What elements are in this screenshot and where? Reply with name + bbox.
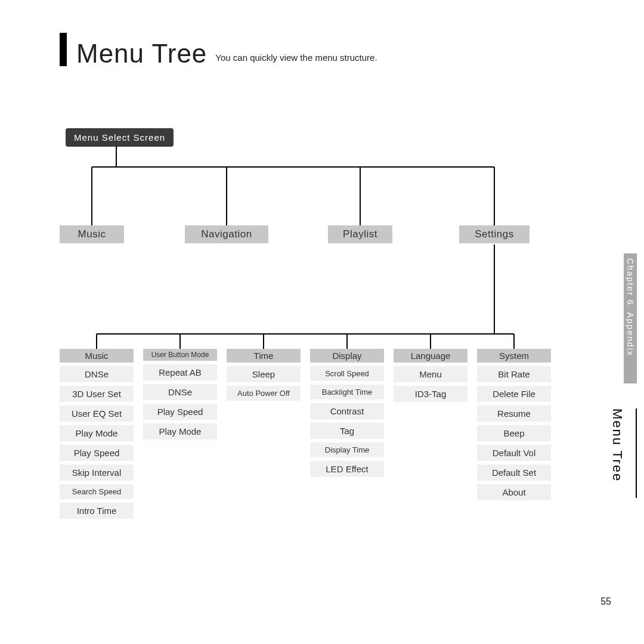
side-section-title-bar: Menu Tree — [627, 408, 637, 498]
col-head: User Button Mode — [143, 349, 217, 361]
tree-col-language: Language Menu ID3-Tag — [394, 349, 467, 405]
tree-col-userbutton: User Button Mode Repeat AB DNSe Play Spe… — [143, 349, 217, 443]
col-head: System — [477, 349, 551, 363]
col-item: Tag — [310, 423, 384, 439]
col-item: DNSe — [60, 366, 134, 382]
col-item: Skip Interval — [60, 465, 134, 481]
tree-connectors — [0, 0, 644, 644]
page-title-bar: Menu Tree You can quickly view the menu … — [60, 33, 377, 69]
tree-col-display: Display Scroll Speed Backlight Time Cont… — [310, 349, 384, 481]
col-item: Scroll Speed — [310, 366, 384, 381]
col-item: Play Mode — [60, 425, 134, 441]
col-item: Intro Time — [60, 503, 134, 519]
col-item: Auto Power Off — [227, 386, 301, 401]
col-head: Music — [60, 349, 134, 363]
col-item: Menu — [394, 366, 467, 382]
col-item: About — [477, 484, 551, 500]
side-section-title: Menu Tree — [609, 408, 625, 482]
tree-col-time: Time Sleep Auto Power Off — [227, 349, 301, 404]
title-accent — [60, 33, 67, 66]
col-item: Resume — [477, 405, 551, 422]
tree-col-music: Music DNSe 3D User Set User EQ Set Play … — [60, 349, 134, 522]
page-title: Menu Tree — [76, 39, 207, 69]
col-item: Default Vol — [477, 445, 551, 461]
col-item: DNSe — [143, 384, 217, 400]
page-number: 55 — [600, 596, 611, 607]
col-head: Time — [227, 349, 301, 363]
col-head: Language — [394, 349, 467, 363]
page-subtitle: You can quickly view the menu structure. — [215, 52, 377, 63]
col-item: Delete File — [477, 386, 551, 402]
col-item: Default Set — [477, 465, 551, 481]
col-item: Sleep — [227, 366, 301, 382]
col-item: LED Effect — [310, 461, 384, 477]
tree-cat-settings: Settings — [459, 225, 530, 243]
side-chapter-tab: Chapter 6. Appendix — [624, 253, 637, 383]
col-item: 3D User Set — [60, 386, 134, 402]
col-item: Contrast — [310, 403, 384, 419]
col-item: Play Mode — [143, 423, 217, 439]
col-item: User EQ Set — [60, 405, 134, 422]
tree-root: Menu Select Screen — [66, 128, 174, 147]
col-item: Search Speed — [60, 484, 134, 499]
tree-cat-navigation: Navigation — [185, 225, 268, 243]
tree-col-system: System Bit Rate Delete File Resume Beep … — [477, 349, 551, 504]
col-item: Repeat AB — [143, 364, 217, 380]
col-item: Display Time — [310, 442, 384, 457]
col-head: Display — [310, 349, 384, 363]
col-item: Play Speed — [60, 445, 134, 461]
col-item: Beep — [477, 425, 551, 441]
tree-cat-music: Music — [60, 225, 124, 243]
col-item: Bit Rate — [477, 366, 551, 382]
tree-cat-playlist: Playlist — [328, 225, 392, 243]
col-item: Play Speed — [143, 404, 217, 420]
col-item: ID3-Tag — [394, 386, 467, 402]
col-item: Backlight Time — [310, 385, 384, 400]
